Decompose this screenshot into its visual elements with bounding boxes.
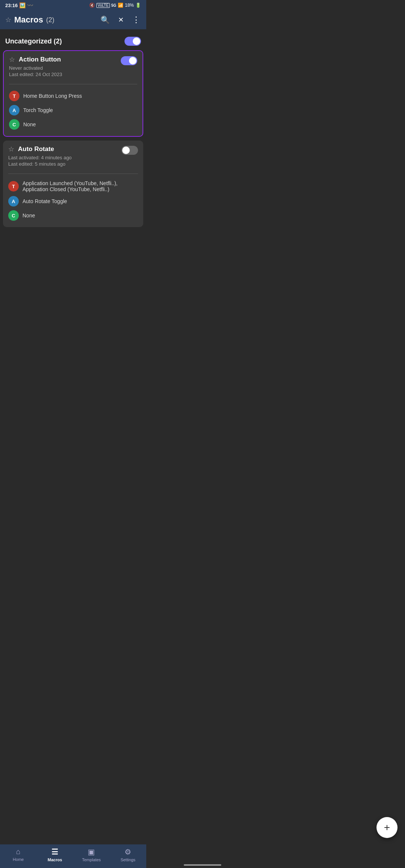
action-row-action-rotate: A Auto Rotate Toggle: [8, 194, 138, 208]
action-row-constraint: C None: [9, 117, 137, 132]
constraint-label-rotate: None: [22, 213, 35, 218]
action-list-action: T Home Button Long Press A Torch Toggle …: [4, 87, 142, 136]
macro-toggle-action[interactable]: [121, 56, 137, 65]
app-bar: ☆ Macros (2) 🔍 ✕ ⋮: [0, 10, 146, 29]
macro-count: (2): [46, 16, 54, 24]
macro-card-auto-rotate[interactable]: ☆ Auto Rotate Last activated: 4 minutes …: [3, 141, 143, 227]
trigger-icon: T: [9, 91, 20, 101]
status-time: 23:16 🖼️ 〰️: [5, 2, 33, 8]
action-row-trigger: T Home Button Long Press: [9, 89, 137, 103]
macro-card-header-action-button: ☆ Action Button Never activated Last edi…: [4, 51, 142, 81]
app-title: Macros: [14, 15, 43, 25]
mute-icon: 🔇: [89, 3, 95, 8]
more-button[interactable]: ⋮: [131, 14, 141, 25]
macro-toggle-thumb-rotate: [122, 147, 130, 154]
macro-edited-rotate: Last edited: 5 minutes ago: [8, 161, 138, 167]
macro-header-inner-rotate: ☆ Auto Rotate: [8, 145, 138, 155]
macro-status-rotate: Last activated: 4 minutes ago: [8, 155, 138, 160]
constraint-label: None: [23, 121, 36, 127]
section-toggle[interactable]: [124, 37, 141, 46]
macro-card-header-auto-rotate: ☆ Auto Rotate Last activated: 4 minutes …: [3, 141, 143, 171]
macro-card-action-button[interactable]: ☆ Action Button Never activated Last edi…: [3, 50, 143, 137]
macro-edited-action: Last edited: 24 Oct 2023: [9, 72, 137, 77]
macro-name-rotate: Auto Rotate: [18, 145, 54, 153]
battery-percent: 18%: [125, 3, 134, 8]
macro-title-row: ☆ Action Button: [9, 55, 61, 64]
trigger-icon-rotate: T: [8, 181, 19, 192]
action-icon-a-rotate: A: [8, 196, 19, 207]
macro-toggle-rotate[interactable]: [122, 146, 138, 155]
action-row-trigger-rotate: T Application Launched (YouTube, Netfli.…: [8, 178, 138, 194]
status-indicators: 🔇 VoLTE 5G 📶 18% 🔋: [89, 3, 141, 8]
macro-toggle-thumb-action: [129, 57, 136, 64]
photo-icon: 🖼️: [19, 2, 26, 8]
macro-info-action: Never activated Last edited: 24 Oct 2023: [9, 65, 137, 77]
macro-name-action: Action Button: [19, 56, 61, 63]
macro-divider-action: [9, 84, 137, 84]
action-label-a: Torch Toggle: [23, 107, 53, 113]
signal-icon: 📶: [118, 3, 123, 8]
action-row-action: A Torch Toggle: [9, 103, 137, 117]
battery-icon: 🔋: [135, 3, 141, 8]
time-display: 23:16: [5, 3, 18, 8]
app-bar-actions: 🔍 ✕ ⋮: [100, 14, 141, 25]
action-list-rotate: T Application Launched (YouTube, Netfli.…: [3, 177, 143, 227]
map-icon: 〰️: [27, 2, 33, 8]
constraint-icon: C: [9, 119, 20, 130]
close-button[interactable]: ✕: [117, 15, 124, 25]
section-toggle-thumb: [133, 37, 140, 45]
macro-header-inner: ☆ Action Button: [9, 55, 137, 65]
main-content: Uncategorized (2) ☆ Action Button Never …: [0, 29, 146, 261]
favorite-icon[interactable]: ☆: [5, 16, 11, 24]
5g-badge: 5G: [111, 3, 116, 7]
status-bar: 23:16 🖼️ 〰️ 🔇 VoLTE 5G 📶 18% 🔋: [0, 0, 146, 10]
trigger-label-rotate: Application Launched (YouTube, Netfli..)…: [22, 180, 138, 192]
action-row-constraint-rotate: C None: [8, 208, 138, 223]
section-title: Uncategorized (2): [5, 37, 62, 45]
action-icon-a: A: [9, 105, 20, 115]
macro-favorite-icon-rotate[interactable]: ☆: [8, 145, 14, 153]
trigger-label: Home Button Long Press: [23, 93, 82, 99]
macro-status-action: Never activated: [9, 65, 137, 71]
search-button[interactable]: 🔍: [100, 15, 111, 25]
macro-favorite-icon-action[interactable]: ☆: [9, 55, 15, 64]
macro-info-rotate: Last activated: 4 minutes ago Last edite…: [8, 155, 138, 167]
constraint-icon-rotate: C: [8, 210, 19, 221]
volte-badge: VoLTE: [96, 3, 110, 8]
section-header: Uncategorized (2): [3, 33, 143, 50]
app-title-row: Macros (2): [14, 15, 97, 25]
macro-title-row-rotate: ☆ Auto Rotate: [8, 145, 54, 153]
action-label-a-rotate: Auto Rotate Toggle: [22, 198, 67, 204]
macro-divider-rotate: [8, 174, 138, 174]
